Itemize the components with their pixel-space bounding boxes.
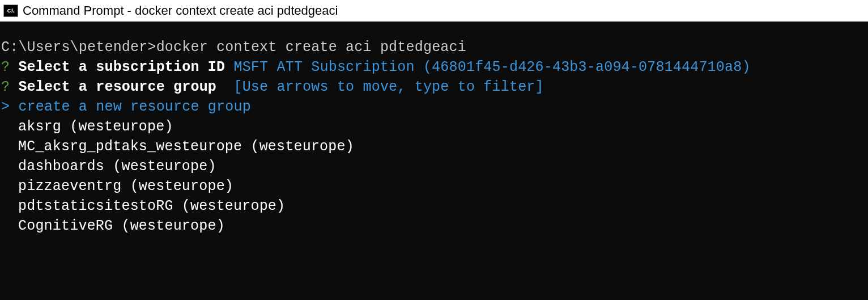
cmd-icon-text: C:\. xyxy=(7,8,15,14)
list-item[interactable]: dashboards (westeurope) xyxy=(1,157,867,176)
question-mark-icon: ? xyxy=(1,79,10,95)
resourcegroup-hint: [Use arrows to move, type to filter] xyxy=(233,79,543,95)
list-item[interactable]: MC_aksrg_pdtaks_westeurope (westeurope) xyxy=(1,137,867,157)
resourcegroup-label: Select a resource group xyxy=(18,79,225,95)
list-item[interactable]: pizzaeventrg (westeurope) xyxy=(1,176,867,196)
list-item[interactable]: pdtstaticsitestoRG (westeurope) xyxy=(1,196,867,216)
command-text: docker context create aci pdtedgeaci xyxy=(156,39,466,56)
subscription-prompt-line: ? Select a subscription ID MSFT ATT Subs… xyxy=(1,57,867,77)
window-titlebar[interactable]: C:\. Command Prompt - docker context cre… xyxy=(0,0,868,22)
subscription-label: Select a subscription ID xyxy=(18,59,225,75)
list-item[interactable]: CognitiveRG (westeurope) xyxy=(1,216,867,236)
question-mark-icon: ? xyxy=(1,59,10,75)
selector-selected-line[interactable]: > create a new resource group xyxy=(1,97,867,117)
list-item[interactable]: aksrg (westeurope) xyxy=(1,117,867,137)
command-line: C:\Users\petender>docker context create … xyxy=(1,37,867,57)
selected-option: create a new resource group xyxy=(18,99,250,115)
subscription-answer: MSFT ATT Subscription (46801f45-d426-43b… xyxy=(233,59,750,75)
prompt-path: C:\Users\petender> xyxy=(1,39,156,56)
cmd-icon: C:\. xyxy=(3,5,18,17)
terminal-body[interactable]: C:\Users\petender>docker context create … xyxy=(0,22,868,300)
resourcegroup-prompt-line: ? Select a resource group [Use arrows to… xyxy=(1,77,867,97)
window-title: Command Prompt - docker context create a… xyxy=(23,3,338,18)
selector-arrow-icon: > xyxy=(1,99,10,115)
